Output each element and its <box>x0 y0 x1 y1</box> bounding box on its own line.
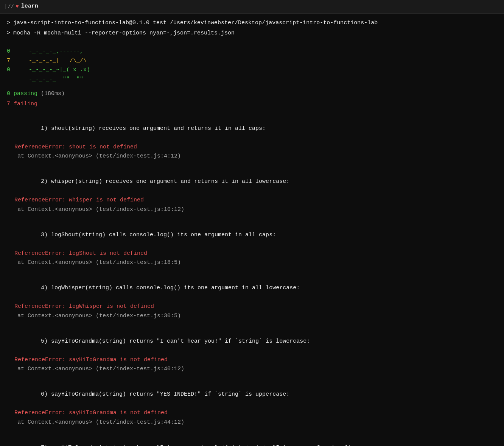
test-item-5: 5) sayHiToGrandma(string) returns "I can… <box>7 329 497 374</box>
test-number-7: 7) <box>41 444 51 446</box>
failing-label: failing <box>14 101 37 107</box>
test-number-6: 6) <box>41 391 51 398</box>
test-number-4: 4) <box>41 285 51 291</box>
passing-count: 0 <box>7 90 10 97</box>
heart-icon: ♥ <box>16 3 19 11</box>
test-error-6: ReferenceError: sayHiToGrandma is not de… <box>14 409 497 418</box>
test-title-5: 5) sayHiToGrandma(string) returns "I can… <box>7 329 497 354</box>
test-trace-1: at Context.<anonymous> (test/index-test.… <box>17 152 497 161</box>
test-desc-6: sayHiToGrandma(string) returns "YES INDE… <box>51 391 289 398</box>
nyan-num-0-a: 0 <box>7 47 22 56</box>
nyan-text-2: -_-_-_-_| /\_/\ <box>22 57 87 65</box>
test-desc-7: sayHiToGrandma(string) returns "I love y… <box>51 444 354 446</box>
test-item-2: 2) whisper(string) receives one argument… <box>7 169 497 214</box>
test-title-3: 3) logShout(string) calls console.log() … <box>7 222 497 248</box>
test-title-6: 6) sayHiToGrandma(string) returns "YES I… <box>7 382 497 408</box>
test-title-2: 2) whisper(string) receives one argument… <box>7 169 497 195</box>
command-line-1: > java-script-intro-to-functions-lab@0.1… <box>7 19 497 28</box>
passing-summary: 0 passing (180ms) <box>7 90 497 98</box>
test-failures-block: 1) shout(string) receives one argument a… <box>7 116 497 446</box>
test-item-4: 4) logWhisper(string) calls console.log(… <box>7 276 497 321</box>
nyan-num-7: 7 <box>7 57 22 65</box>
failing-summary: 7 failing <box>7 100 497 109</box>
test-error-3: ReferenceError: logShout is not defined <box>14 250 497 258</box>
nyan-line-1: 0 -_-_-_-_,------, <box>7 47 497 56</box>
nyan-line-3: 0 -_-_-_-_~|_( x .x) <box>7 66 497 75</box>
test-error-4: ReferenceError: logWhisper is not define… <box>14 303 497 311</box>
terminal-window: [// ♥ learn > java-script-intro-to-funct… <box>0 0 504 446</box>
test-trace-4: at Context.<anonymous> (test/index-test.… <box>17 312 497 321</box>
test-desc-5: sayHiToGrandma(string) returns "I can't … <box>51 338 310 345</box>
nyan-num-0-b: 0 <box>7 66 22 75</box>
title-bar: [// ♥ learn <box>0 0 504 14</box>
prompt-2: > <box>7 29 10 38</box>
nyan-text-3: -_-_-_-_~|_( x .x) <box>22 66 90 75</box>
bracket-icon: [// <box>5 3 14 11</box>
test-title-1: 1) shout(string) receives one argument a… <box>7 116 497 142</box>
test-error-1: ReferenceError: shout is not defined <box>14 143 497 152</box>
nyan-cat-display: 0 -_-_-_-_,------, 7 -_-_-_-_| /\_/\ 0 -… <box>7 47 497 84</box>
test-trace-5: at Context.<anonymous> (test/index-test.… <box>17 365 497 374</box>
test-desc-2: whisper(string) receives one argument an… <box>51 178 289 185</box>
passing-time: (180ms) <box>41 90 65 97</box>
test-desc-1: shout(string) receives one argument and … <box>51 125 266 132</box>
test-number-3: 3) <box>41 232 51 238</box>
nyan-line-4: -_-_-_-_ "" "" <box>7 75 497 84</box>
passing-label: passing <box>14 90 37 97</box>
test-title-4: 4) logWhisper(string) calls console.log(… <box>7 276 497 301</box>
test-number-5: 5) <box>41 338 51 345</box>
nyan-text-4: -_-_-_-_ "" "" <box>22 75 83 84</box>
test-title-7: 7) sayHiToGrandma(string) returns "I lov… <box>7 435 497 446</box>
test-desc-3: logShout(string) calls console.log() its… <box>51 232 276 238</box>
test-item-6: 6) sayHiToGrandma(string) returns "YES I… <box>7 382 497 427</box>
test-error-5: ReferenceError: sayHiToGrandma is not de… <box>14 356 497 365</box>
test-trace-6: at Context.<anonymous> (test/index-test.… <box>17 418 497 427</box>
prompt-1: > <box>7 19 10 28</box>
failing-count: 7 <box>7 101 10 107</box>
test-trace-3: at Context.<anonymous> (test/index-test.… <box>17 259 497 267</box>
command-text-2: mocha -R mocha-multi --reporter-options … <box>13 29 235 38</box>
test-number-2: 2) <box>41 178 51 185</box>
command-line-2: > mocha -R mocha-multi --reporter-option… <box>7 29 497 38</box>
test-item-7: 7) sayHiToGrandma(string) returns "I lov… <box>7 435 497 446</box>
app-title: learn <box>21 2 38 11</box>
nyan-text-1: -_-_-_-_,------, <box>22 47 83 56</box>
test-desc-4: logWhisper(string) calls console.log() i… <box>51 285 300 291</box>
test-error-2: ReferenceError: whisper is not defined <box>14 196 497 205</box>
command-text-1: java-script-intro-to-functions-lab@0.1.0… <box>13 19 378 28</box>
nyan-line-2: 7 -_-_-_-_| /\_/\ <box>7 57 497 65</box>
terminal-content: > java-script-intro-to-functions-lab@0.1… <box>0 14 504 446</box>
test-number-1: 1) <box>41 125 51 132</box>
test-trace-2: at Context.<anonymous> (test/index-test.… <box>17 206 497 214</box>
test-item-3: 3) logShout(string) calls console.log() … <box>7 222 497 267</box>
test-item-1: 1) shout(string) receives one argument a… <box>7 116 497 161</box>
